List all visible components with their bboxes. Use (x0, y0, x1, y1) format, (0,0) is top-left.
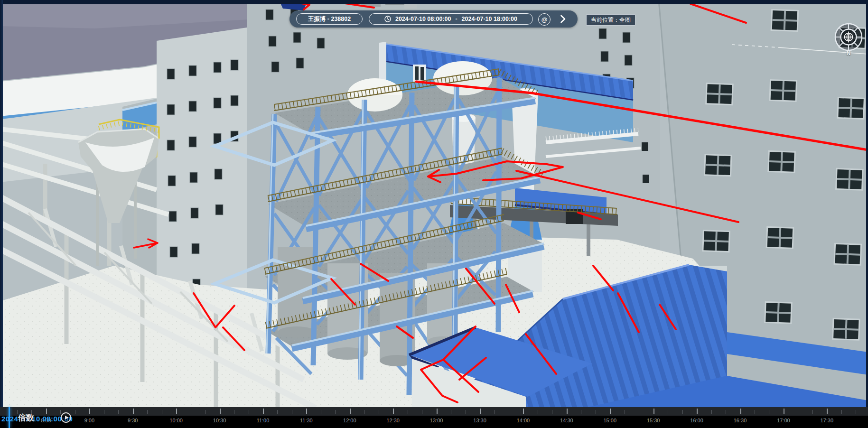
timeline-tick-label: 17:00 (777, 418, 790, 423)
timeline-tick (668, 410, 668, 414)
timeline-tick (653, 409, 654, 414)
timeline-tick (538, 410, 538, 414)
timeline-tick (726, 410, 726, 414)
timeline-tick (60, 410, 61, 414)
viewport-frame-right (866, 0, 868, 428)
time-range-picker[interactable]: 2024-07-10 08:00:00 - 2024-07-10 18:00:0… (369, 13, 533, 25)
timeline-tick (364, 410, 364, 414)
play-button[interactable] (61, 412, 71, 423)
timeline-tick (495, 410, 495, 414)
timeline-labels: 8:309:009:3010:0010:3011:0011:3012:0012:… (0, 416, 868, 428)
compass-icon (833, 22, 864, 52)
timeline-tick (350, 409, 351, 414)
timeline-tick (249, 410, 249, 414)
time-start: 2024-07-10 08:00:00 (395, 16, 451, 22)
timeline-tick (451, 410, 451, 414)
timeline-tick (277, 410, 278, 414)
compass-north-label: N (833, 50, 864, 56)
locate-icon: @ (541, 16, 548, 23)
clock-icon (384, 16, 391, 22)
timeline-tick (191, 410, 191, 414)
timeline-tick (523, 409, 524, 414)
timeline-tick-label: 12:00 (343, 418, 356, 423)
timeline-tick (220, 409, 221, 414)
timeline-tick-label: 17:30 (821, 418, 834, 423)
timeline-tick (567, 409, 568, 414)
scene-3d-render (0, 0, 868, 428)
person-label: 王振博 - 238802 (308, 15, 351, 23)
timeline-tick (133, 409, 134, 414)
timeline-tick (480, 409, 481, 414)
viewport-frame-top (0, 0, 868, 4)
timeline-tick (104, 410, 104, 414)
play-forward-button[interactable] (557, 13, 569, 25)
timeline-tick-label: 14:00 (517, 418, 530, 423)
timeline-tick (118, 410, 119, 414)
timeline-tick (711, 410, 712, 414)
compass-navigation-gizmo[interactable]: N (833, 22, 864, 59)
timeline-tick (306, 409, 307, 414)
timeline-tick (422, 410, 422, 414)
timeline-tick (234, 410, 234, 414)
timeline-tick-label: 16:30 (734, 418, 747, 423)
timeline-tick (408, 410, 408, 414)
current-location-badge: 当前位置：全图 (586, 14, 635, 26)
timeline-tick-label: 13:00 (430, 418, 443, 423)
timeline-tick-label: 15:00 (604, 418, 617, 423)
timeline-tick (812, 410, 813, 414)
timeline-tick-label: 11:00 (257, 418, 270, 423)
time-separator: - (455, 16, 457, 22)
timeline-tick (697, 409, 698, 414)
timeline-tick (755, 410, 755, 414)
timeline-tick-label: 14:30 (560, 418, 573, 423)
timeline-tick (292, 410, 292, 414)
time-end: 2024-07-10 18:00:00 (462, 16, 517, 22)
timeline-tick-label: 13:30 (473, 418, 486, 423)
timeline-tick (75, 410, 75, 414)
timeline-tick (610, 409, 611, 414)
timeline-tick (205, 410, 205, 414)
timeline-tick-label: 9:30 (128, 418, 138, 423)
timeline-tick (841, 410, 842, 414)
timeline-tick (89, 409, 90, 414)
timeline-tick (625, 410, 625, 414)
current-location-label: 当前位置：全图 (591, 17, 631, 23)
timeline-tick (147, 410, 148, 414)
trajectory-playback-app: 王振博 - 238802 2024-07-10 08:00:00 - 2024-… (0, 0, 868, 428)
speed-label: 倍数 (18, 412, 34, 423)
timeline-tick (335, 410, 336, 414)
timeline-tick (596, 410, 596, 414)
timeline-tick (379, 410, 379, 414)
timeline-tick-label: 10:00 (169, 418, 183, 423)
timeline-tick (639, 410, 639, 414)
timeline-tick (466, 410, 466, 414)
timeline-tick (682, 410, 683, 414)
timeline-tick-label: 10:30 (213, 418, 226, 423)
timeline-tick (437, 409, 438, 414)
timeline-track[interactable] (0, 407, 868, 416)
timeline-tick-label: 9:00 (84, 418, 94, 423)
timeline-tick (263, 409, 264, 414)
timeline-tick-label: 11:30 (300, 418, 313, 423)
timeline-tick (176, 409, 177, 414)
person-selector[interactable]: 王振博 - 238802 (296, 13, 363, 25)
timeline-tick (509, 410, 509, 414)
timeline-tick (162, 410, 162, 414)
timeline-tick (393, 409, 394, 414)
locate-button[interactable]: @ (538, 13, 551, 26)
playback-toolbar: 王振博 - 238802 2024-07-10 08:00:00 - 2024-… (289, 10, 578, 28)
chevron-right-icon (560, 15, 566, 23)
timeline-tick-label: 16:00 (690, 418, 703, 423)
timeline-tick (856, 410, 856, 414)
timeline-tick (798, 410, 798, 414)
timeline-tick (552, 410, 552, 414)
timeline-tick (784, 409, 784, 414)
timeline-tick (17, 410, 18, 414)
timeline-tick (581, 410, 581, 414)
viewport-frame-left (0, 0, 3, 428)
scene-3d-viewport[interactable] (0, 0, 868, 428)
timeline-tick-label: 15:30 (647, 418, 660, 423)
timeline-tick (46, 409, 47, 414)
timeline-tick (769, 410, 769, 414)
timeline-tick (740, 409, 741, 414)
